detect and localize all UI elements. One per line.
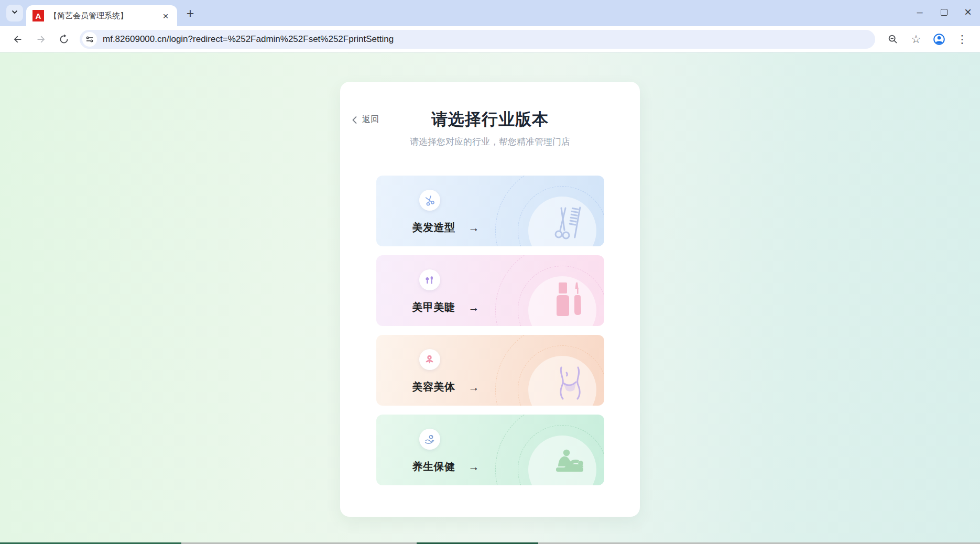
industry-label: 美发造型 (412, 221, 455, 235)
browser-window: A 【简艺会员管理系统】 × + – × (0, 0, 980, 544)
wellness-hand-icon (419, 429, 440, 450)
industry-card-nails-lashes[interactable]: 美甲美睫 → (376, 255, 604, 326)
forward-arrow-icon (35, 34, 47, 45)
industry-card-list: 美发造型 → (376, 176, 604, 485)
new-tab-button[interactable]: + (182, 5, 198, 21)
window-controls: – × (908, 0, 980, 24)
tab-search-button[interactable] (6, 5, 23, 21)
scissors-icon (419, 190, 440, 211)
reload-button[interactable] (55, 30, 73, 48)
industry-card-beauty-body[interactable]: 美容美体 → (376, 335, 604, 406)
close-window-button[interactable]: × (956, 0, 980, 24)
tab-title: 【简艺会员管理系统】 (49, 11, 159, 21)
url-text[interactable]: mf.82609000.cn/login?redirect=%252Fadmin… (103, 34, 394, 45)
star-icon: ☆ (911, 34, 921, 45)
industry-label: 养生保健 (412, 460, 455, 474)
zoom-indicator-button[interactable] (884, 30, 902, 48)
industry-label: 美容美体 (412, 380, 455, 394)
back-button[interactable] (9, 30, 27, 48)
back-label: 返回 (362, 114, 379, 125)
bookmark-button[interactable]: ☆ (907, 30, 925, 48)
industry-card-hair-styling[interactable]: 美发造型 → (376, 176, 604, 246)
three-dots-icon: ⋮ (957, 34, 968, 45)
minimize-icon: – (917, 7, 922, 17)
site-controls-button[interactable] (82, 32, 97, 47)
favicon: A (32, 10, 44, 21)
menu-button[interactable]: ⋮ (953, 30, 971, 48)
page-subtitle: 请选择您对应的行业，帮您精准管理门店 (340, 136, 640, 148)
browser-toolbar: mf.82609000.cn/login?redirect=%252Fadmin… (0, 26, 980, 52)
arrow-right-icon: → (469, 222, 480, 234)
maximize-icon (941, 9, 948, 16)
reload-icon (58, 34, 70, 45)
tab-close-icon[interactable]: × (159, 9, 172, 22)
page-title: 请选择行业版本 (340, 82, 640, 129)
browser-titlebar: A 【简艺会员管理系统】 × + – × (0, 0, 980, 26)
industry-label: 美甲美睫 (412, 300, 455, 314)
arrow-right-icon: → (469, 381, 480, 394)
forward-button[interactable] (32, 30, 50, 48)
nail-brush-icon (419, 269, 440, 290)
arrow-right-icon: → (469, 301, 480, 314)
site-settings-icon (85, 35, 94, 43)
industry-select-panel: 返回 请选择行业版本 请选择您对应的行业，帮您精准管理门店 (340, 82, 640, 517)
close-icon: × (964, 6, 972, 18)
back-link[interactable]: 返回 (352, 114, 379, 125)
profile-button[interactable] (930, 30, 948, 48)
chevron-down-icon (11, 8, 18, 18)
back-arrow-icon (12, 34, 24, 45)
zoom-out-icon (887, 34, 899, 45)
page-background: 返回 请选择行业版本 请选择您对应的行业，帮您精准管理门店 (0, 52, 980, 542)
profile-avatar-icon (932, 32, 946, 46)
address-bar[interactable]: mf.82609000.cn/login?redirect=%252Fadmin… (80, 30, 875, 49)
maximize-button[interactable] (932, 0, 956, 24)
browser-tab[interactable]: A 【简艺会员管理系统】 × (26, 5, 177, 26)
chevron-left-icon (352, 116, 357, 124)
flower-icon (419, 349, 440, 370)
minimize-button[interactable]: – (908, 0, 932, 24)
arrow-right-icon: → (469, 461, 480, 473)
industry-card-wellness[interactable]: 养生保健 → (376, 415, 604, 485)
